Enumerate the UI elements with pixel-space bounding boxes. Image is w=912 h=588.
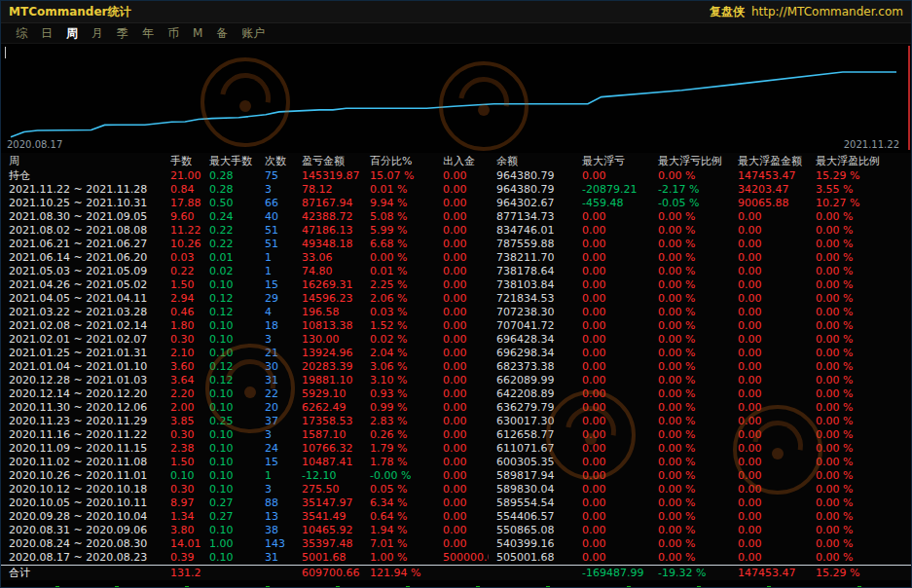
cell-pct: 0.93 % [362, 387, 435, 401]
equity-chart[interactable]: 2020.08.17 2021.11.22 [1, 44, 911, 153]
table-row[interactable]: 2021.04.05 ~ 2021.04.112.940.122914596.2… [1, 292, 911, 306]
cell-deposit: 0.00 [435, 224, 489, 238]
menu-item-month[interactable]: 月 [85, 25, 110, 42]
table-row[interactable]: 2021.11.22 ~ 2021.11.280.840.28378.120.0… [1, 183, 911, 197]
column-header-max_float_loss_pct[interactable]: 最大浮亏比例 [650, 154, 730, 168]
cell-lots: 14.01 [163, 537, 201, 551]
cell-max_float_profit_pct: 0.00 % [808, 347, 911, 360]
title-bar: MTCommander统计 复盘侠 http://MTCommander.com [1, 1, 911, 23]
table-row[interactable]: 2021.02.01 ~ 2021.02.070.300.103130.000.… [1, 333, 911, 347]
cell-lots: 2.38 [163, 442, 201, 456]
cell-pnl: 5001.68 [294, 551, 362, 565]
table-row[interactable]: 2021.10.25 ~ 2021.10.3117.880.506687167.… [1, 197, 911, 210]
table-row[interactable]: 2021.06.21 ~ 2021.06.2710.260.225149348.… [1, 238, 911, 251]
cell-deposit: 0.00 [435, 374, 489, 387]
cell-max_float_loss: -459.48 [574, 197, 650, 210]
table-row[interactable]: 2020.10.05 ~ 2020.10.118.970.278835147.9… [1, 496, 911, 510]
total-cell-balance [489, 566, 574, 580]
brand-url-link[interactable]: http://MTCommander.com [751, 5, 903, 18]
column-header-max_float_profit_pct[interactable]: 最大浮盈比例 [808, 154, 911, 168]
cell-max_float_loss: 0.00 [574, 224, 650, 238]
cell-max_float_loss_pct: 0.00 % [650, 428, 730, 442]
cell-lots: 17.88 [163, 197, 201, 210]
table-row[interactable]: 2021.02.08 ~ 2021.02.141.800.101810813.3… [1, 319, 911, 333]
menu-item-account[interactable]: 账户 [235, 25, 272, 42]
table-row[interactable]: 2021.05.03 ~ 2021.05.090.220.02174.800.0… [1, 265, 911, 278]
table-row[interactable]: 2021.04.26 ~ 2021.05.021.500.101516269.3… [1, 278, 911, 292]
cell-trades: 15 [257, 278, 294, 292]
cell-max_float_loss: 0.00 [574, 428, 650, 442]
cell-max_float_loss: 0.00 [574, 456, 650, 469]
cell-pct: 0.99 % [362, 401, 435, 415]
cell-period: 2020.11.23 ~ 2020.11.29 [1, 415, 163, 428]
menu-item-day[interactable]: 日 [34, 25, 59, 42]
table-row[interactable]: 2020.08.31 ~ 2020.09.063.800.103810465.9… [1, 524, 911, 537]
column-header-lots[interactable]: 手数 [163, 154, 201, 168]
column-header-period[interactable]: 周 [1, 154, 163, 168]
cell-pnl: 74.80 [294, 265, 362, 278]
cell-pnl: 1587.10 [294, 428, 362, 442]
cell-lots: 11.22 [163, 224, 201, 238]
column-header-max_lots[interactable]: 最大手数 [201, 154, 257, 168]
table-row[interactable]: 2020.11.23 ~ 2020.11.293.850.253717358.5… [1, 415, 911, 428]
menu-item-m[interactable]: M [186, 26, 209, 40]
cell-period: 2021.08.30 ~ 2021.09.05 [1, 210, 163, 224]
cell-lots: 2.94 [163, 292, 201, 306]
table-row[interactable]: 2020.11.16 ~ 2020.11.220.300.1031587.100… [1, 428, 911, 442]
table-row[interactable]: 2021.08.02 ~ 2021.08.0811.220.225147186.… [1, 224, 911, 238]
cell-max_lots: 0.22 [201, 224, 257, 238]
table-row[interactable]: 2020.11.09 ~ 2020.11.152.380.102410766.3… [1, 442, 911, 456]
cell-max_float_profit: 34203.47 [730, 183, 808, 197]
menu-item-week[interactable]: 周 [59, 25, 85, 42]
table-row[interactable]: 持仓21.000.2875145319.8715.07 %0.00964380.… [1, 169, 911, 183]
cell-trades: 51 [257, 238, 294, 251]
cell-balance: 589554.54 [489, 496, 574, 510]
table-row[interactable]: 2021.01.04 ~ 2021.01.103.600.123020283.3… [1, 360, 911, 374]
table-row[interactable]: 2020.08.17 ~ 2020.08.230.390.10315001.68… [1, 551, 911, 565]
cell-period: 2020.10.26 ~ 2020.11.01 [1, 469, 163, 483]
menu-item-currency[interactable]: 币 [161, 25, 186, 42]
cell-period: 2020.12.28 ~ 2021.01.03 [1, 374, 163, 387]
cell-max_lots: 0.24 [201, 210, 257, 224]
column-header-deposit[interactable]: 出入金 [435, 154, 489, 168]
total-label: 合计 [1, 566, 163, 580]
cell-period: 2020.11.30 ~ 2020.12.06 [1, 401, 163, 415]
menu-item-quarter[interactable]: 季 [110, 25, 135, 42]
table-row[interactable]: 2021.03.22 ~ 2021.03.280.460.124196.580.… [1, 306, 911, 319]
table-row[interactable]: 2021.06.14 ~ 2021.06.200.030.01133.060.0… [1, 251, 911, 265]
cell-deposit: 0.00 [435, 496, 489, 510]
cell-pnl: 33.06 [294, 251, 362, 265]
menu-item-year[interactable]: 年 [135, 25, 161, 42]
cell-max_float_profit_pct: 0.00 % [808, 524, 911, 537]
column-header-pct[interactable]: 百分比% [362, 154, 435, 168]
table-row[interactable]: 2020.08.24 ~ 2020.08.3014.011.0014335397… [1, 537, 911, 551]
table-row[interactable]: 2020.11.02 ~ 2020.11.081.500.101510487.4… [1, 456, 911, 469]
column-header-pnl[interactable]: 盈亏金额 [294, 154, 362, 168]
cell-lots: 0.46 [163, 306, 201, 319]
column-header-trades[interactable]: 次数 [257, 154, 294, 168]
cell-max_lots: 1.00 [201, 537, 257, 551]
cell-max_float_profit: 0.00 [730, 387, 808, 401]
cell-max_float_profit: 0.00 [730, 496, 808, 510]
column-header-max_float_loss[interactable]: 最大浮亏 [574, 154, 650, 168]
menu-item-summary[interactable]: 综 [9, 25, 34, 42]
cell-max_float_loss_pct: 0.00 % [650, 251, 730, 265]
cell-max_float_profit_pct: 0.00 % [808, 428, 911, 442]
table-row[interactable]: 2020.10.26 ~ 2020.11.010.100.101-12.10-0… [1, 469, 911, 483]
table-row[interactable]: 2020.10.12 ~ 2020.10.180.300.103275.500.… [1, 483, 911, 496]
table-row[interactable]: 2020.09.28 ~ 2020.10.041.340.27133541.49… [1, 510, 911, 524]
table-row[interactable]: 2021.08.30 ~ 2021.09.059.600.244042388.7… [1, 210, 911, 224]
cell-max_float_profit_pct: 0.00 % [808, 551, 911, 565]
table-row[interactable]: 2020.12.14 ~ 2020.12.202.200.10225929.10… [1, 387, 911, 401]
column-header-max_float_profit[interactable]: 最大浮盈金额 [730, 154, 808, 168]
table-row[interactable]: 2020.12.28 ~ 2021.01.033.640.123119881.1… [1, 374, 911, 387]
cell-max_float_loss: 0.00 [574, 169, 650, 183]
column-header-balance[interactable]: 余额 [489, 154, 574, 168]
menu-item-notes[interactable]: 备 [209, 25, 235, 42]
table-row[interactable]: 2021.01.25 ~ 2021.01.312.100.102113924.9… [1, 347, 911, 360]
cell-max_float_profit_pct: 0.00 % [808, 537, 911, 551]
cell-trades: 29 [257, 292, 294, 306]
equity-curve [11, 72, 896, 137]
table-row[interactable]: 2020.11.30 ~ 2020.12.062.000.10206262.49… [1, 401, 911, 415]
cell-trades: 22 [257, 387, 294, 401]
